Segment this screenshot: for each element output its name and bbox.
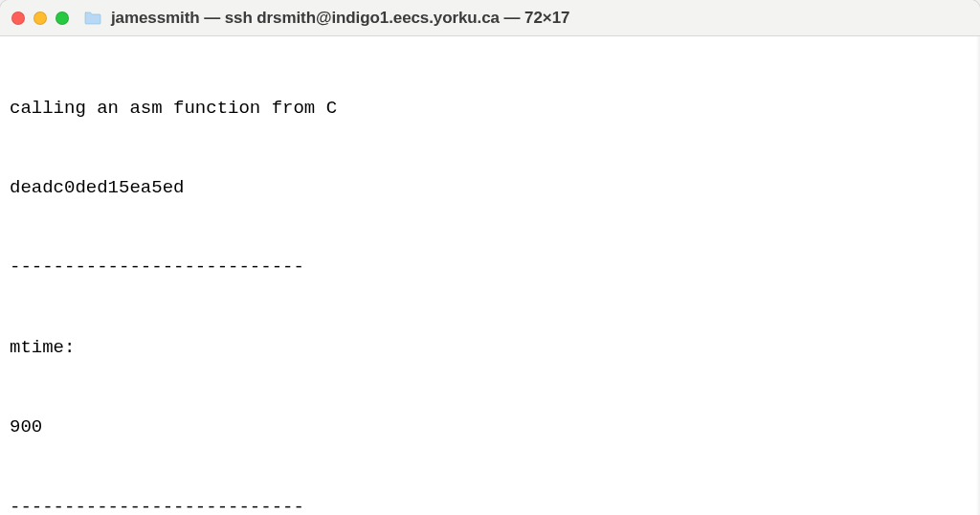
output-line: calling an asm function from C — [10, 96, 970, 123]
terminal-output[interactable]: calling an asm function from C deadc0ded… — [0, 36, 980, 515]
zoom-button[interactable] — [56, 11, 69, 25]
output-line: deadc0ded15ea5ed — [10, 175, 970, 202]
traffic-lights — [11, 11, 69, 25]
output-line: mtime: — [10, 335, 970, 362]
folder-icon — [84, 11, 101, 25]
window-title: jamessmith — ssh drsmith@indigo1.eecs.yo… — [111, 9, 569, 28]
minimize-button[interactable] — [33, 11, 47, 25]
close-button[interactable] — [11, 11, 25, 25]
titlebar[interactable]: jamessmith — ssh drsmith@indigo1.eecs.yo… — [0, 0, 980, 36]
output-line: 900 — [10, 414, 970, 441]
output-line: --------------------------- — [10, 255, 970, 281]
output-line: --------------------------- — [10, 495, 970, 515]
terminal-window: jamessmith — ssh drsmith@indigo1.eecs.yo… — [0, 0, 980, 515]
window-edge — [976, 36, 980, 515]
